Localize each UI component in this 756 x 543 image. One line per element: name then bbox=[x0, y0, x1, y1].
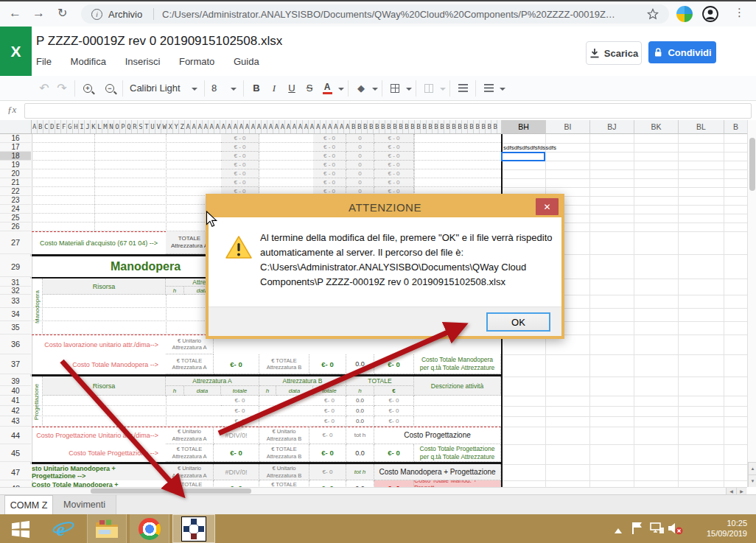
cell-value[interactable]: €- 0 bbox=[374, 444, 414, 462]
ok-button[interactable]: OK bbox=[486, 312, 550, 332]
cell[interactable]: € - 0 bbox=[221, 134, 259, 143]
cell-unit-attrA[interactable]: € UnitarioAttrezzatura A bbox=[166, 427, 214, 444]
column-header-bk[interactable]: BK bbox=[634, 120, 678, 134]
row-header[interactable]: 34 bbox=[0, 308, 31, 321]
row-header[interactable]: 21 bbox=[0, 178, 31, 187]
row-header[interactable]: 25 bbox=[0, 214, 31, 223]
qway-app-button[interactable] bbox=[172, 514, 215, 543]
cell-totale-sub[interactable]: totale bbox=[221, 386, 259, 396]
cell-unit-attrB[interactable]: € UnitarioAttrezzatura B bbox=[259, 427, 309, 444]
scroll-up-button[interactable]: ▲ bbox=[748, 462, 756, 475]
row-header[interactable]: 33 bbox=[0, 295, 31, 308]
row-header[interactable]: 18 bbox=[0, 152, 31, 161]
cell-h-sub[interactable]: h bbox=[166, 386, 184, 396]
strikethrough-button[interactable]: S bbox=[301, 79, 318, 98]
cell[interactable]: 0 bbox=[346, 152, 374, 161]
cell[interactable]: € - 0 bbox=[313, 161, 346, 169]
download-button[interactable]: Scarica bbox=[586, 41, 642, 65]
selected-cell-bh18[interactable] bbox=[501, 152, 545, 161]
text-wrap-button[interactable] bbox=[454, 79, 472, 98]
cell-vertical-progettazione[interactable]: Progettazione bbox=[32, 376, 43, 427]
font-family-select[interactable]: Calibri Light bbox=[127, 79, 200, 98]
menu-file[interactable]: File bbox=[36, 56, 52, 67]
internet-explorer-button[interactable]: e bbox=[46, 514, 81, 543]
merge-cells-button[interactable] bbox=[420, 79, 438, 98]
chevron-down-icon[interactable] bbox=[338, 88, 344, 94]
cell-vertical-manodopera[interactable]: Manodopera bbox=[32, 278, 43, 334]
cell-row44-label[interactable]: Costo Progettazione Unitario attr./dima-… bbox=[32, 427, 166, 444]
cell-value[interactable]: €- 0 bbox=[214, 444, 259, 462]
row-header[interactable]: 47 bbox=[0, 464, 31, 480]
column-header-bm-partial[interactable]: B bbox=[724, 120, 747, 134]
row-header[interactable]: 43 bbox=[0, 416, 31, 427]
cell[interactable]: € - 0 bbox=[221, 161, 259, 169]
row-header[interactable]: 22 bbox=[0, 187, 31, 196]
column-header-bl[interactable]: BL bbox=[678, 120, 724, 134]
cell-row37-desc[interactable]: Costo Totale Manodoperaper q.tà Totale A… bbox=[414, 354, 501, 374]
row-header[interactable]: 41 bbox=[0, 396, 31, 406]
cell-value[interactable]: €- 0 bbox=[309, 464, 346, 480]
cell-row45-desc[interactable]: Costo Totale Progettazioneper q.tà Total… bbox=[414, 444, 501, 462]
cell[interactable]: € - 0 bbox=[374, 143, 414, 152]
row-header[interactable]: 20 bbox=[0, 169, 31, 178]
cell-value[interactable]: #DIV/0! bbox=[214, 464, 259, 480]
scroll-down-button[interactable]: ▼ bbox=[748, 474, 756, 487]
cell[interactable]: € - 0 bbox=[313, 134, 346, 143]
undo-button[interactable]: ↶ bbox=[35, 79, 53, 98]
row-header[interactable]: 23 bbox=[0, 196, 31, 205]
share-button[interactable]: Condividi bbox=[648, 41, 716, 63]
cell-bh17-text[interactable]: sdfsdfsdfsdfsfdssdfs bbox=[503, 143, 592, 152]
cell-h-sub[interactable]: h bbox=[346, 386, 374, 396]
bookmark-star-icon[interactable] bbox=[647, 8, 659, 20]
page-info-icon[interactable]: i bbox=[91, 9, 102, 20]
cell[interactable]: € - 0 bbox=[374, 134, 414, 143]
profile-avatar-icon[interactable] bbox=[701, 5, 719, 23]
cell-value[interactable]: €- 0 bbox=[374, 416, 414, 427]
cell[interactable]: 0 bbox=[346, 143, 374, 152]
cell-h-sub[interactable]: h bbox=[259, 386, 276, 396]
forward-button[interactable]: → bbox=[32, 6, 45, 21]
column-header-bj[interactable]: BJ bbox=[589, 120, 634, 134]
tray-expand-icon[interactable] bbox=[615, 525, 622, 533]
omnibox[interactable]: i Archivio C:/Users/Administrator.ANALYS… bbox=[81, 4, 669, 24]
cell-tot-attrB[interactable]: € TOTALEAttrezzatura B bbox=[259, 480, 309, 487]
grid-corner[interactable] bbox=[0, 120, 32, 134]
action-center-flag-icon[interactable] bbox=[631, 521, 644, 536]
cell-value[interactable]: €- 0 bbox=[374, 406, 414, 416]
cell-value[interactable]: €- 0 bbox=[309, 480, 346, 487]
cell[interactable]: € - 0 bbox=[221, 152, 259, 161]
cell-totale-group[interactable]: TOTALE bbox=[346, 376, 414, 386]
cell-row45-label[interactable]: Costo Totale Progettazione --> bbox=[32, 444, 166, 462]
scroll-left-button[interactable]: ◀ bbox=[726, 488, 736, 494]
extension-icon[interactable] bbox=[676, 6, 693, 22]
cell-value[interactable]: €- 0 bbox=[221, 396, 259, 406]
cell[interactable]: 0 bbox=[346, 178, 374, 187]
cell-value[interactable]: #DIV/0! bbox=[214, 427, 259, 444]
chevron-down-icon[interactable] bbox=[440, 88, 446, 94]
italic-button[interactable]: I bbox=[265, 79, 283, 98]
borders-button[interactable] bbox=[386, 79, 404, 98]
cell-row47-merged[interactable]: Costo Manodopera + Progettazione bbox=[374, 464, 501, 480]
row-header[interactable]: 31 bbox=[0, 278, 31, 287]
taskbar-clock[interactable]: 10:25 15/09/2019 bbox=[685, 518, 747, 539]
vertical-scrollbar[interactable]: ▲ ▼ bbox=[747, 120, 756, 487]
start-button[interactable] bbox=[3, 514, 38, 543]
cell-row48-desc[interactable]: Costo Totale Manod. + Progett.per q.tà T… bbox=[414, 480, 501, 487]
redo-button[interactable]: ↷ bbox=[53, 79, 71, 98]
cell-value[interactable]: €- 0 bbox=[374, 354, 414, 374]
row-header[interactable]: 39 bbox=[0, 376, 31, 386]
sheet-tab-active[interactable]: COMM Z bbox=[4, 495, 53, 514]
cell-tot-attrA[interactable]: € TOTALEAttrezzatura A bbox=[166, 444, 214, 462]
cell-value[interactable]: 0.0 bbox=[346, 396, 374, 406]
cell[interactable]: € - 0 bbox=[374, 169, 414, 178]
cell-descr-header[interactable]: Descrizione attività bbox=[414, 376, 501, 396]
cell-row27-label[interactable]: Costo Materiali d'acquisto (67 01 04) --… bbox=[32, 231, 166, 254]
cell-totale-sub[interactable]: totale bbox=[313, 386, 346, 396]
bold-button[interactable]: B bbox=[248, 79, 265, 98]
cell-value[interactable]: €- 0 bbox=[313, 396, 346, 406]
chevron-down-icon[interactable] bbox=[406, 88, 412, 94]
cell-tot-attrA[interactable]: € TOTALEAttrezzatura A bbox=[166, 480, 214, 487]
cell-tot-attrB[interactable]: € TOTALEAttrezzatura B bbox=[259, 354, 309, 374]
chevron-down-icon[interactable] bbox=[500, 88, 505, 94]
cell-value[interactable]: €- 0 bbox=[309, 444, 346, 462]
